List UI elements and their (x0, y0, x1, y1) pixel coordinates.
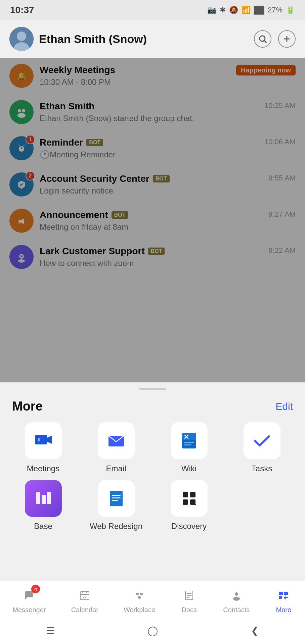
nav-item-calendar[interactable]: 27 Calendar (71, 587, 98, 614)
discovery-app-icon (171, 480, 208, 517)
app-item-email[interactable]: Email (83, 422, 149, 473)
header-title: Ethan Smith (Snow) (39, 33, 147, 46)
svg-point-1 (17, 32, 26, 41)
svg-rect-42 (183, 499, 188, 505)
app-item-web-redesign[interactable]: Web Redesign (83, 480, 149, 531)
sheet-header: More Edit (0, 392, 305, 419)
svg-rect-61 (284, 592, 288, 595)
add-icon (282, 34, 292, 44)
meetings-app-label: Meetings (27, 464, 59, 473)
svg-line-4 (264, 41, 266, 43)
header-actions (254, 30, 296, 48)
app-item-wiki[interactable]: Wiki (156, 422, 222, 473)
bottom-sheet: More Edit Meetings Email Wiki (0, 382, 305, 577)
header-left: Ethan Smith (Snow) (9, 27, 147, 51)
svg-marker-27 (47, 436, 52, 444)
discovery-app-label: Discovery (171, 522, 207, 531)
status-icons: 📷 ✱ 🔕 📶 ██ 27% 🔋 (207, 6, 295, 14)
avatar-image (9, 27, 34, 51)
battery-percent: 27% (268, 6, 282, 14)
nav-item-more[interactable]: More (275, 587, 292, 614)
back-button[interactable]: ❮ (251, 625, 259, 636)
app-item-tasks[interactable]: Tasks (229, 422, 295, 473)
nav-icon-more (275, 587, 292, 604)
signal-icon: ██ (254, 6, 264, 14)
sheet-title: More (12, 399, 43, 414)
svg-rect-37 (112, 495, 121, 496)
nav-icon-messenger: 4 (20, 587, 38, 604)
app-grid: Meetings Email Wiki Tasks (0, 419, 305, 541)
tasks-app-icon (244, 422, 280, 459)
nav-item-messenger[interactable]: 4 Messenger (13, 587, 46, 614)
email-app-label: Email (106, 464, 126, 473)
svg-rect-31 (184, 442, 194, 443)
web-redesign-app-icon (98, 480, 135, 517)
system-nav: ☰ ◯ ❮ (0, 617, 305, 644)
overlay-dim (0, 58, 305, 382)
svg-rect-62 (279, 596, 282, 599)
svg-rect-34 (42, 495, 46, 504)
svg-rect-40 (183, 492, 188, 497)
svg-rect-30 (182, 433, 196, 440)
svg-rect-35 (47, 492, 51, 504)
nav-badge-messenger: 4 (31, 585, 40, 593)
svg-point-53 (138, 596, 141, 599)
nav-icon-calendar: 27 (76, 587, 93, 604)
nav-label-contacts: Contacts (223, 606, 250, 614)
svg-rect-39 (112, 500, 118, 501)
app-item-meetings[interactable]: Meetings (10, 422, 76, 473)
nav-item-docs[interactable]: Docs (180, 587, 198, 614)
svg-point-58 (235, 592, 238, 596)
svg-point-59 (233, 597, 240, 601)
nav-label-more: More (276, 606, 292, 614)
nav-label-calendar: Calendar (71, 606, 98, 614)
sheet-handle (139, 388, 166, 390)
home-button[interactable]: ◯ (147, 625, 158, 636)
svg-point-3 (260, 36, 265, 41)
nav-item-contacts[interactable]: Contacts (223, 587, 250, 614)
add-button[interactable] (278, 30, 296, 48)
user-avatar[interactable] (9, 27, 34, 51)
svg-rect-38 (112, 497, 121, 498)
nav-icon-workplace (131, 587, 148, 604)
svg-point-51 (136, 593, 139, 595)
svg-rect-26 (35, 435, 47, 444)
status-bar: 10:37 📷 ✱ 🔕 📶 ██ 27% 🔋 (0, 0, 305, 20)
svg-point-52 (140, 593, 143, 595)
tasks-app-label: Tasks (252, 464, 272, 473)
bottom-nav: 4 Messenger 27 Calendar Workplace Docs C… (0, 581, 305, 617)
battery-icon: 🔋 (286, 6, 295, 14)
bluetooth-icon: ✱ (220, 6, 226, 14)
status-time: 10:37 (10, 5, 34, 15)
svg-rect-32 (184, 444, 191, 445)
nav-icon-docs (180, 587, 198, 604)
camera-icon: 📷 (207, 6, 216, 14)
app-item-discovery[interactable]: Discovery (156, 480, 222, 531)
wiki-app-icon (171, 422, 208, 459)
app-header: Ethan Smith (Snow) (0, 20, 305, 58)
mute-icon: 🔕 (229, 6, 238, 14)
edit-button[interactable]: Edit (275, 401, 293, 412)
search-button[interactable] (254, 30, 271, 48)
svg-rect-33 (36, 492, 40, 504)
wifi-icon: 📶 (242, 6, 251, 14)
nav-item-workplace[interactable]: Workplace (124, 587, 155, 614)
svg-rect-60 (279, 592, 283, 595)
app-item-base[interactable]: Base (10, 480, 76, 531)
meetings-app-icon (25, 422, 62, 459)
nav-label-docs: Docs (181, 606, 197, 614)
svg-rect-41 (190, 492, 195, 497)
nav-label-messenger: Messenger (13, 606, 46, 614)
base-app-label: Base (34, 522, 52, 531)
nav-icon-contacts (228, 587, 245, 604)
svg-text:27: 27 (83, 595, 87, 599)
email-app-icon (98, 422, 135, 459)
search-icon (258, 34, 267, 44)
wiki-app-label: Wiki (181, 464, 197, 473)
base-app-icon (25, 480, 62, 517)
nav-label-workplace: Workplace (124, 606, 155, 614)
recent-apps-button[interactable]: ☰ (46, 625, 55, 636)
web-redesign-app-label: Web Redesign (90, 522, 142, 531)
